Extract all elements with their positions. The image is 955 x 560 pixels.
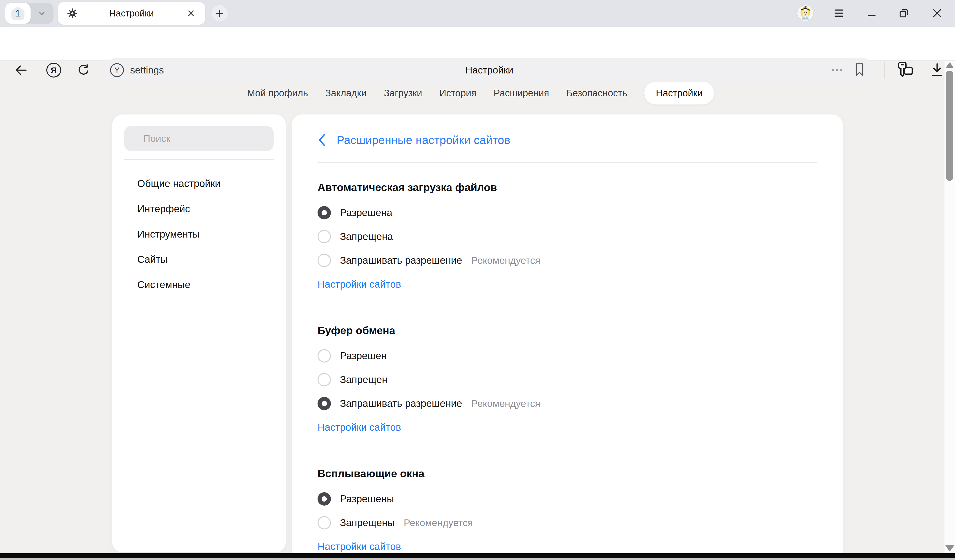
- tab-group-count: 1: [10, 6, 25, 21]
- settings-sidebar: Общие настройкиИнтерфейсИнструментыСайты…: [112, 114, 286, 552]
- new-tab-button[interactable]: [211, 5, 228, 22]
- bottom-edge-strip: [0, 558, 955, 560]
- menu-icon[interactable]: [832, 6, 845, 20]
- minimize-icon[interactable]: [865, 6, 878, 20]
- nav-tab-2[interactable]: Закладки: [325, 88, 366, 98]
- radio-label: Запрещены: [340, 517, 395, 529]
- page-title: Расширенные настройки сайтов: [337, 134, 510, 147]
- nav-tab-4[interactable]: История: [439, 88, 476, 98]
- radio-label: Запрещен: [340, 374, 387, 385]
- chevron-down-icon[interactable]: [36, 9, 47, 18]
- radio-icon[interactable]: [318, 349, 331, 362]
- radio-option-1-3[interactable]: Запрашивать разрешениеРекомендуется: [318, 248, 833, 272]
- sidebar-items: Общие настройкиИнтерфейсИнструментыСайты…: [137, 171, 276, 297]
- radio-option-2-1[interactable]: Разрешен: [318, 344, 833, 368]
- bottom-edge-bar: [0, 553, 955, 558]
- more-actions-icon[interactable]: [830, 64, 844, 76]
- bookmark-icon[interactable]: [853, 62, 866, 78]
- nav-tab-7[interactable]: Настройки: [644, 81, 714, 105]
- sidebar-item-3[interactable]: Инструменты: [137, 222, 276, 247]
- radio-selected-icon[interactable]: [318, 397, 331, 410]
- section-title: Всплывающие окна: [318, 460, 833, 487]
- nav-tab-5[interactable]: Расширения: [493, 88, 549, 98]
- tab-group-button[interactable]: 1: [5, 3, 31, 24]
- sidebar-divider: [124, 159, 274, 160]
- browser-tab[interactable]: Настройки: [58, 2, 205, 25]
- tab-close-icon[interactable]: [186, 8, 196, 19]
- downloads-icon[interactable]: [930, 62, 945, 78]
- address-bar[interactable]: [105, 58, 874, 83]
- close-window-icon[interactable]: [930, 6, 944, 20]
- browser-tab-strip: 1 Настройки: [0, 0, 955, 27]
- gear-icon: [66, 8, 78, 19]
- settings-section-3: Всплывающие окнаРазрешеныЗапрещеныРекоме…: [318, 460, 833, 558]
- recommended-badge: Рекомендуется: [404, 517, 473, 529]
- radio-option-2-3[interactable]: Запрашивать разрешениеРекомендуется: [318, 392, 833, 415]
- nav-tab-3[interactable]: Загрузки: [384, 88, 422, 98]
- radio-option-2-2[interactable]: Запрещен: [318, 368, 833, 392]
- radio-icon[interactable]: [318, 516, 331, 529]
- scrollbar-down-icon[interactable]: [945, 544, 954, 552]
- back-to-sites-header[interactable]: Расширенные настройки сайтов: [318, 129, 510, 151]
- passwords-cards-icon[interactable]: [896, 61, 914, 80]
- radio-icon[interactable]: [318, 230, 331, 243]
- back-chevron-icon[interactable]: [318, 133, 326, 147]
- radio-label: Запрещена: [340, 231, 393, 242]
- scrollbar-thumb[interactable]: [946, 70, 953, 181]
- recommended-badge: Рекомендуется: [471, 398, 540, 409]
- nav-tab-1[interactable]: Мой профиль: [247, 88, 308, 98]
- settings-content-card: Расширенные настройки сайтов Автоматичес…: [292, 114, 843, 553]
- restore-window-icon[interactable]: [897, 6, 911, 20]
- site-settings-link[interactable]: Настройки сайтов: [318, 415, 833, 439]
- radio-selected-icon[interactable]: [318, 492, 331, 505]
- search-input[interactable]: [124, 126, 274, 151]
- tab-group-selector[interactable]: 1: [5, 3, 53, 24]
- sidebar-item-4[interactable]: Сайты: [137, 247, 276, 272]
- yandex-browser-window: { "window": { "tab_group_count": "1", "t…: [0, 0, 955, 560]
- address-toolbar: Я Y settings Настройки: [0, 27, 955, 61]
- radio-selected-icon[interactable]: [318, 206, 331, 220]
- nav-tab-6[interactable]: Безопасность: [566, 88, 627, 98]
- section-title: Буфер обмена: [318, 317, 833, 344]
- radio-label: Разрешен: [340, 350, 387, 362]
- back-icon[interactable]: [13, 62, 29, 78]
- avatar-image: [797, 5, 813, 21]
- radio-icon[interactable]: [318, 373, 331, 386]
- radio-option-3-2[interactable]: ЗапрещеныРекомендуется: [318, 511, 833, 535]
- sections: Автоматическая загрузка файловРазрешенаЗ…: [318, 174, 833, 560]
- tab-title: Настройки: [58, 2, 205, 25]
- url-text[interactable]: settings: [130, 58, 164, 83]
- scrollbar-up-icon[interactable]: [946, 62, 953, 68]
- recommended-badge: Рекомендуется: [471, 255, 540, 266]
- settings-url-icon: Y: [110, 63, 124, 77]
- y-letter: Y: [114, 66, 119, 75]
- toolbar-divider: [884, 62, 885, 79]
- sidebar-item-2[interactable]: Интерфейс: [137, 196, 276, 222]
- settings-section-2: Буфер обменаРазрешенЗапрещенЗапрашивать …: [318, 317, 833, 439]
- sidebar-item-5[interactable]: Системные: [137, 272, 276, 297]
- radio-icon[interactable]: [318, 254, 331, 267]
- yandex-letter: Я: [51, 66, 56, 75]
- yandex-logo-icon[interactable]: Я: [46, 63, 61, 78]
- radio-option-3-1[interactable]: Разрешены: [318, 487, 833, 511]
- site-settings-link[interactable]: Настройки сайтов: [318, 272, 833, 296]
- radio-option-1-1[interactable]: Разрешена: [318, 201, 833, 225]
- radio-label: Разрешена: [340, 207, 392, 218]
- radio-option-1-2[interactable]: Запрещена: [318, 225, 833, 248]
- plus-icon: [214, 8, 225, 19]
- refresh-icon[interactable]: [77, 63, 91, 77]
- section-title: Автоматическая загрузка файлов: [318, 174, 833, 201]
- settings-section-1: Автоматическая загрузка файловРазрешенаЗ…: [318, 174, 833, 296]
- header-divider: [318, 162, 817, 163]
- radio-label: Запрашивать разрешение: [340, 255, 462, 266]
- sidebar-item-1[interactable]: Общие настройки: [137, 171, 276, 196]
- profile-avatar[interactable]: [797, 5, 813, 21]
- settings-nav: Мой профильЗакладкиЗагрузкиИсторияРасшир…: [247, 81, 714, 105]
- radio-label: Запрашивать разрешение: [340, 398, 462, 409]
- radio-label: Разрешены: [340, 493, 394, 505]
